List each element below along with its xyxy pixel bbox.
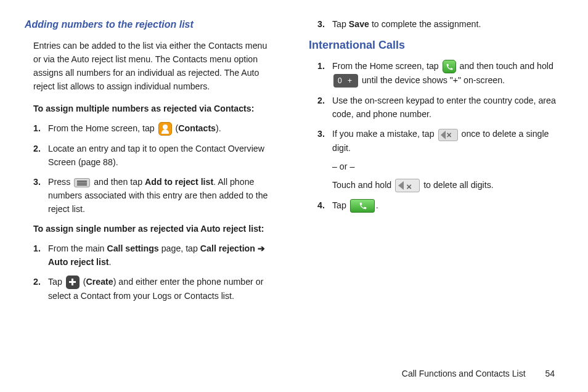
step-item: 3. If you make a mistake, tap once to de… (332, 127, 563, 192)
create-label: Create (86, 277, 113, 287)
step-text: From the main (48, 243, 107, 253)
step-text: If you make a mistake, tap (332, 129, 437, 139)
step-text: . (376, 200, 378, 210)
step-item: 3. Tap Save to complete the assignment. (332, 17, 563, 31)
delete-icon (438, 129, 458, 141)
step-item: 2. Use the on-screen keypad to enter the… (332, 94, 563, 121)
step-text: to complete the assignment. (369, 19, 481, 29)
contacts-steps: 1. From the Home screen, tap (Contacts).… (25, 121, 279, 216)
step-number: 1. (33, 121, 41, 135)
step-number: 1. (33, 242, 41, 255)
step-number: 3. (317, 17, 325, 31)
call-button-icon (350, 199, 375, 213)
save-label: Save (349, 19, 369, 29)
menu-icon (74, 178, 90, 187)
subheading-auto-reject: To assign single number as rejected via … (33, 222, 271, 235)
step-text: . (109, 257, 112, 267)
delete-hold-icon (395, 179, 420, 192)
or-separator: – or – (332, 160, 561, 173)
subheading-contacts: To assign multiple numbers as rejected v… (33, 102, 271, 115)
international-steps: 1. From the Home screen, tap and then to… (309, 59, 563, 213)
step-item: 1. From the Home screen, tap (Contacts). (48, 121, 279, 136)
step-text: Tap (332, 19, 349, 29)
step-item: 1. From the Home screen, tap and then to… (332, 59, 563, 88)
step-text: Use the on-screen keypad to enter the co… (332, 96, 556, 119)
step-text: and then touch and hold (460, 61, 553, 71)
page-footer: Call Functions and Contacts List 54 (402, 369, 555, 378)
step-item: 2. Locate an entry and tap it to open th… (48, 142, 279, 169)
step-text: until the device shows "+" on-screen. (362, 75, 505, 85)
add-reject-label: Add to reject list (145, 177, 213, 187)
step-text: ) and either enter the phone number or s… (48, 277, 263, 301)
step-text: Tap (48, 277, 65, 287)
step-number: 4. (317, 198, 325, 212)
page-content: Adding numbers to the rejection list Ent… (0, 0, 588, 309)
phone-icon (443, 60, 456, 73)
step-number: 3. (317, 127, 325, 141)
step-text: to delete all digits. (423, 180, 494, 190)
zero-key-icon: 0 + (333, 74, 358, 88)
step-text: From the Home screen, tap (48, 123, 157, 133)
auto-reject-steps: 1. From the main Call settings page, tap… (25, 242, 279, 303)
step-item: 2. Tap (Create) and either enter the pho… (48, 275, 279, 303)
step-number: 2. (33, 142, 41, 155)
step-item: 3. Press and then tap Add to reject list… (48, 175, 279, 216)
page-number: 54 (545, 369, 555, 378)
section-heading: Adding numbers to the rejection list (25, 17, 279, 33)
left-column: Adding numbers to the rejection list Ent… (25, 17, 279, 309)
step-text: Touch and hold to delete all digits. (332, 178, 561, 192)
chapter-title: Call Functions and Contacts List (402, 369, 526, 378)
step-text: Touch and hold (332, 180, 394, 190)
step-number: 2. (33, 275, 41, 288)
step-item: 4. Tap . (332, 198, 563, 213)
step-item: 1. From the main Call settings page, tap… (48, 242, 279, 269)
contacts-label: Contacts (178, 123, 216, 133)
step-number: 1. (317, 59, 325, 73)
step-text: and then tap (94, 177, 145, 187)
continued-steps: 3. Tap Save to complete the assignment. (309, 17, 563, 31)
step-text: Locate an entry and tap it to open the C… (48, 144, 264, 167)
step-text: page, tap (159, 243, 200, 253)
contacts-icon (158, 122, 172, 136)
step-text: ). (216, 123, 221, 133)
plus-icon (66, 276, 80, 289)
step-text: From the Home screen, tap (332, 61, 441, 71)
step-number: 3. (33, 175, 41, 189)
step-number: 2. (317, 94, 325, 107)
right-column: 3. Tap Save to complete the assignment. … (309, 17, 563, 309)
intro-paragraph: Entries can be added to the list via eit… (33, 39, 271, 93)
section-heading: International Calls (309, 37, 563, 54)
step-text: Press (48, 177, 73, 187)
step-text: Tap (332, 200, 349, 210)
call-settings-label: Call settings (107, 243, 158, 253)
